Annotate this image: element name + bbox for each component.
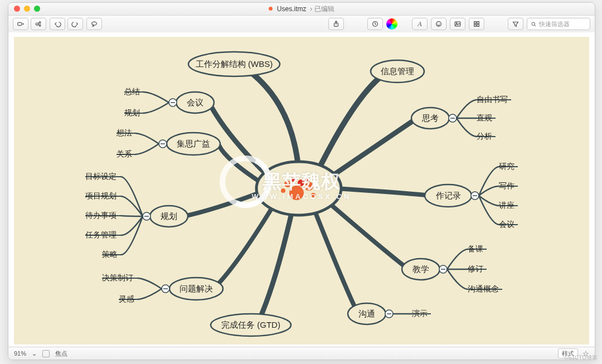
svg-point-20 xyxy=(304,182,313,191)
app-window: Uses.itmz › 已编辑 xyxy=(8,2,595,360)
grid-icon[interactable] xyxy=(469,18,484,30)
svg-point-23 xyxy=(311,193,315,197)
redo-button[interactable] xyxy=(67,18,83,30)
title-filename[interactable]: Uses.itmz xyxy=(277,5,307,13)
history-icon[interactable] xyxy=(367,18,383,30)
svg-text:信息管理: 信息管理 xyxy=(381,66,414,76)
node-record[interactable]: 作记录 xyxy=(425,185,479,207)
svg-point-24 xyxy=(298,179,304,186)
zoom-level[interactable]: 91% xyxy=(14,350,26,357)
node-gtd[interactable]: 完成任务 (GTD) xyxy=(211,314,291,336)
title-state: › 已编辑 xyxy=(308,5,334,13)
svg-rect-16 xyxy=(477,25,479,27)
svg-point-25 xyxy=(291,177,295,182)
filter-icon[interactable] xyxy=(508,18,523,30)
window-controls xyxy=(14,6,40,12)
leaf-brain-idea[interactable]: 想法 xyxy=(116,128,132,137)
svg-text:问题解决: 问题解决 xyxy=(179,284,213,293)
svg-text:集思广益: 集思广益 xyxy=(177,139,210,148)
quick-filter-input[interactable]: 快速筛选器 xyxy=(527,18,590,30)
node-meeting[interactable]: 会议 xyxy=(169,92,214,113)
leaf-teach-prep[interactable]: 备课 xyxy=(468,244,483,253)
node-plan[interactable]: 规划 xyxy=(143,206,188,227)
leaf-think-analy[interactable]: 分析 xyxy=(477,132,492,140)
leaf-plan-todo[interactable]: 待办事项 xyxy=(85,211,116,220)
svg-point-3 xyxy=(39,22,41,23)
leaf-record-meeting[interactable]: 会议 xyxy=(499,220,514,229)
node-problem[interactable]: 问题解决 xyxy=(162,278,223,300)
leaf-plan-proj[interactable]: 项目规划 xyxy=(85,191,116,200)
svg-rect-15 xyxy=(474,25,477,27)
leaf-record-research[interactable]: 研究 xyxy=(499,162,514,171)
close-button[interactable] xyxy=(14,6,20,12)
statusbar: 91% ⌄ 焦点 样式 ☆ xyxy=(8,347,595,360)
node-think[interactable]: 思考 xyxy=(411,108,457,129)
svg-text:工作分解结构 (WBS): 工作分解结构 (WBS) xyxy=(196,59,273,69)
toolbar: A 快速筛选器 xyxy=(8,16,595,33)
mindmap-canvas[interactable]: 工作分解结构 (WBS) 信息管理 会议 总结 规划 xyxy=(14,37,589,344)
zoom-chevron-icon[interactable]: ⌄ xyxy=(32,350,37,357)
svg-point-19 xyxy=(289,186,304,200)
leaf-meeting-summary[interactable]: 总结 xyxy=(124,87,140,96)
svg-point-4 xyxy=(39,25,41,26)
leaf-think-free[interactable]: 自由书写 xyxy=(477,95,508,104)
image-icon[interactable] xyxy=(450,18,465,30)
svg-point-2 xyxy=(36,23,38,25)
svg-point-22 xyxy=(281,188,285,193)
leaf-plan-strat[interactable]: 策略 xyxy=(102,250,118,259)
svg-rect-13 xyxy=(474,22,477,24)
svg-text:规划: 规划 xyxy=(161,211,177,221)
svg-rect-14 xyxy=(477,22,479,24)
minimize-button[interactable] xyxy=(24,6,30,12)
svg-point-26 xyxy=(305,178,308,181)
leaf-brain-rel[interactable]: 关系 xyxy=(116,149,132,158)
undo-button[interactable] xyxy=(50,18,65,30)
node-brainstorm[interactable]: 集思广益 xyxy=(159,133,220,155)
leaf-plan-goal[interactable]: 目标设定 xyxy=(85,172,116,181)
maximize-button[interactable] xyxy=(34,6,40,12)
svg-text:沟通: 沟通 xyxy=(358,309,375,318)
color-picker-icon[interactable] xyxy=(386,18,397,30)
focus-label: 焦点 xyxy=(55,350,67,358)
svg-rect-0 xyxy=(18,22,22,25)
callout-icon[interactable] xyxy=(86,18,102,30)
canvas-area[interactable]: 工作分解结构 (WBS) 信息管理 会议 总结 规划 xyxy=(8,32,595,347)
title-doc-icon xyxy=(269,7,273,11)
leaf-meeting-plan[interactable]: 规划 xyxy=(124,108,140,117)
node-info[interactable]: 信息管理 xyxy=(371,60,424,82)
svg-text:会议: 会议 xyxy=(187,98,203,107)
node-comm[interactable]: 沟通 xyxy=(348,303,393,324)
svg-point-1 xyxy=(22,23,24,25)
leaf-think-intuit[interactable]: 直观 xyxy=(477,113,492,122)
node-teach[interactable]: 教学 xyxy=(402,259,447,280)
share-button[interactable] xyxy=(328,18,344,30)
tool-select-icon[interactable] xyxy=(13,18,28,30)
leaf-teach-revise[interactable]: 修订 xyxy=(468,264,483,273)
node-wbs[interactable]: 工作分解结构 (WBS) xyxy=(188,52,280,76)
svg-point-10 xyxy=(439,23,440,24)
page-source-watermark: ©51CTO博客 xyxy=(565,354,598,362)
svg-text:作记录: 作记录 xyxy=(435,191,461,200)
leaf-comm-present[interactable]: 演示 xyxy=(412,309,428,318)
svg-point-17 xyxy=(532,22,535,26)
leaf-record-write[interactable]: 写作 xyxy=(499,181,514,190)
font-icon[interactable]: A xyxy=(412,18,428,30)
root-node[interactable] xyxy=(256,162,341,215)
quick-filter-placeholder: 快速筛选器 xyxy=(539,20,570,28)
svg-point-9 xyxy=(438,23,438,24)
titlebar: Uses.itmz › 已编辑 xyxy=(8,3,595,16)
svg-point-21 xyxy=(284,181,291,187)
svg-text:思考: 思考 xyxy=(421,113,439,123)
focus-checkbox[interactable] xyxy=(42,350,50,357)
svg-point-5 xyxy=(92,22,97,25)
leaf-record-lecture[interactable]: 讲座 xyxy=(499,201,514,210)
emoji-icon[interactable] xyxy=(431,18,446,30)
leaf-problem-inspire[interactable]: 灵感 xyxy=(119,294,134,303)
leaf-problem-decide[interactable]: 决策制订 xyxy=(102,273,133,282)
tool-topic-icon[interactable] xyxy=(31,18,46,30)
leaf-teach-concept[interactable]: 沟通概念 xyxy=(468,284,499,293)
svg-text:教学: 教学 xyxy=(412,264,429,274)
leaf-plan-task[interactable]: 任务管理 xyxy=(85,230,116,239)
svg-text:完成任务 (GTD): 完成任务 (GTD) xyxy=(221,320,280,329)
